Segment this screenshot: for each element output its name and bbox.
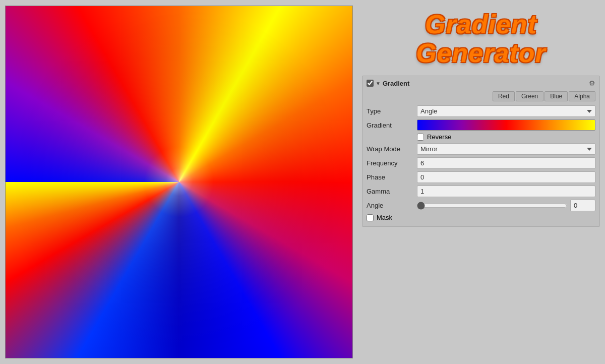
type-label: Type bbox=[367, 107, 417, 115]
right-panel: Gradient Generator ▼ Gradient ⚙ Red Gree… bbox=[358, 0, 605, 364]
section-header: ▼ Gradient ⚙ bbox=[367, 79, 595, 87]
phase-input[interactable] bbox=[417, 171, 595, 183]
gradient-preview bbox=[5, 6, 353, 358]
frequency-input[interactable] bbox=[417, 157, 595, 169]
phase-row: Phase bbox=[367, 171, 595, 183]
channel-tabs: Red Green Blue Alpha bbox=[367, 91, 595, 101]
gamma-control bbox=[417, 186, 595, 197]
app-title: Gradient Generator bbox=[416, 10, 546, 68]
section-enable-checkbox[interactable] bbox=[367, 80, 374, 87]
gradient-bar-container bbox=[417, 119, 595, 131]
type-control: Angle Linear Radial Diamond bbox=[417, 105, 595, 117]
phase-control bbox=[417, 171, 595, 183]
wrap-mode-row: Wrap Mode Mirror Clamp Repeat bbox=[367, 143, 595, 155]
angle-label: Angle bbox=[367, 202, 417, 209]
gradient-section: ▼ Gradient ⚙ Red Green Blue Alpha Type A… bbox=[362, 76, 600, 227]
gradient-row: Gradient bbox=[367, 119, 595, 131]
wrap-mode-control: Mirror Clamp Repeat bbox=[417, 143, 595, 155]
frequency-label: Frequency bbox=[367, 159, 417, 167]
mask-row: Mask bbox=[367, 214, 595, 221]
canvas-area bbox=[0, 0, 358, 364]
section-header-left: ▼ Gradient bbox=[367, 80, 409, 87]
reverse-checkbox[interactable] bbox=[417, 134, 424, 141]
tab-green[interactable]: Green bbox=[516, 91, 543, 101]
frequency-control bbox=[417, 157, 595, 169]
reverse-row: Reverse bbox=[417, 133, 595, 141]
frequency-row: Frequency bbox=[367, 157, 595, 169]
gear-icon[interactable]: ⚙ bbox=[589, 79, 595, 87]
wrap-mode-label: Wrap Mode bbox=[367, 145, 417, 153]
angle-slider[interactable] bbox=[417, 202, 567, 210]
reverse-label: Reverse bbox=[427, 133, 451, 141]
type-row: Type Angle Linear Radial Diamond bbox=[367, 105, 595, 117]
wrap-mode-dropdown[interactable]: Mirror Clamp Repeat bbox=[417, 143, 595, 155]
section-title-label: Gradient bbox=[383, 80, 409, 87]
title-area: Gradient Generator bbox=[362, 5, 600, 76]
mask-checkbox[interactable] bbox=[367, 214, 374, 221]
tab-blue[interactable]: Blue bbox=[544, 91, 568, 101]
gradient-label: Gradient bbox=[367, 122, 417, 129]
gamma-row: Gamma bbox=[367, 186, 595, 197]
gamma-label: Gamma bbox=[367, 188, 417, 195]
gamma-input[interactable] bbox=[417, 186, 595, 197]
phase-label: Phase bbox=[367, 173, 417, 181]
mask-label: Mask bbox=[377, 214, 392, 221]
gradient-bar[interactable] bbox=[417, 119, 595, 131]
angle-input[interactable] bbox=[570, 200, 595, 211]
section-collapse-arrow[interactable]: ▼ bbox=[376, 81, 381, 86]
type-dropdown[interactable]: Angle Linear Radial Diamond bbox=[417, 105, 595, 117]
tab-red[interactable]: Red bbox=[493, 91, 515, 101]
tab-alpha[interactable]: Alpha bbox=[569, 91, 595, 101]
svg-rect-0 bbox=[6, 6, 352, 358]
angle-row: Angle bbox=[367, 200, 595, 211]
